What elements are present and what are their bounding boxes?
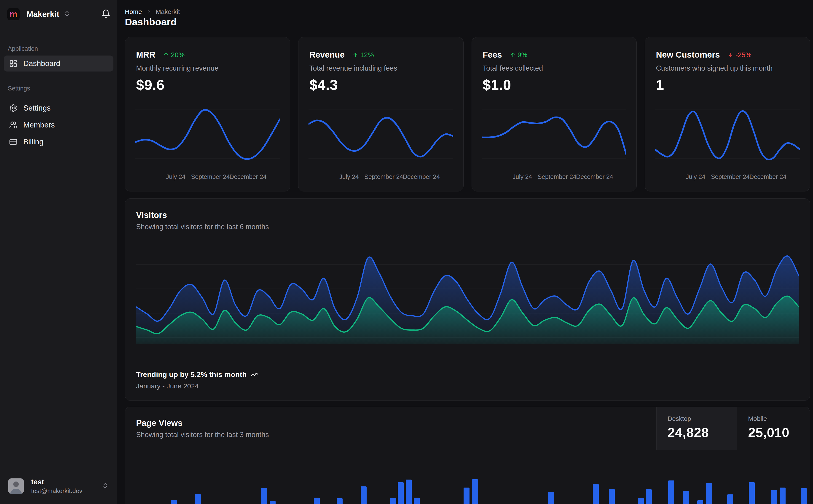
x-axis-label: July 24: [686, 173, 706, 180]
bar: [548, 492, 554, 504]
bar: [780, 488, 786, 504]
trend-badge: 20%: [163, 51, 184, 59]
avatar: [8, 478, 24, 494]
bar: [464, 488, 469, 504]
section-label-application: Application: [8, 45, 38, 52]
x-axis-label: July 24: [339, 173, 359, 180]
page-views-header: Page Views Showing total visitors for th…: [125, 407, 810, 450]
bar: [337, 498, 343, 504]
fees-sparkline: [482, 117, 627, 155]
x-axis-label: July 24: [166, 173, 185, 180]
sparkline-x-labels: July 24September 24December 24: [482, 173, 627, 181]
sparkline-x-labels: July 24September 24December 24: [655, 173, 800, 181]
bar: [195, 494, 201, 504]
logo-letter: m: [9, 10, 18, 19]
main-content: Home Makerkit Dashboard MRR 20% Monthly …: [117, 0, 813, 504]
bar: [171, 500, 177, 504]
visitors-card: Visitors Showing total visitors for the …: [125, 198, 810, 401]
x-axis-label: September 24: [191, 173, 230, 180]
breadcrumb-home-link[interactable]: Home: [125, 8, 142, 16]
sparkline-x-labels: July 24September 24December 24: [135, 173, 280, 181]
sparkline-x-labels: July 24September 24December 24: [309, 173, 453, 181]
page-views-title: Page Views: [136, 418, 182, 428]
sidebar-item-members[interactable]: Members: [4, 117, 113, 133]
new-customers-sparkline: [655, 111, 800, 159]
page-title: Dashboard: [125, 16, 176, 28]
stat-card-new-customers: New Customers -25% Customers who signed …: [645, 37, 810, 191]
bar: [638, 498, 644, 504]
stat-cards-row: MRR 20% Monthly recurring revenue $9.6 J…: [125, 37, 810, 191]
bar: [472, 479, 478, 504]
page-views-card: Page Views Showing total visitors for th…: [125, 407, 810, 504]
bar: [270, 501, 276, 504]
stat-description: Total revenue including fees: [309, 64, 454, 72]
stat-value: $4.3: [309, 77, 338, 93]
sidebar: m Makerkit Application Dashboard Setting…: [0, 0, 117, 504]
stat-card-mrr: MRR 20% Monthly recurring revenue $9.6 J…: [125, 37, 290, 191]
bar: [706, 483, 712, 504]
bar: [609, 489, 615, 504]
arrow-up-icon: [352, 52, 358, 58]
revenue-sparkline-chart: [309, 104, 453, 171]
stat-value: $1.0: [483, 77, 511, 93]
x-axis-label: September 24: [364, 173, 403, 180]
trend-badge: 9%: [510, 51, 527, 59]
user-email: test@makerkit.dev: [31, 488, 82, 495]
new-customers-sparkline-chart: [655, 104, 800, 171]
bar: [683, 491, 689, 504]
visitors-title: Visitors: [136, 210, 167, 220]
mrr-sparkline-chart: [135, 104, 280, 171]
bar: [646, 489, 652, 504]
stat-card-fees: Fees 9% Total fees collected $1.0 July 2…: [472, 37, 637, 191]
dashboard-page: m Makerkit Application Dashboard Setting…: [0, 0, 813, 504]
arrow-up-icon: [510, 52, 516, 58]
chevrons-up-down-icon[interactable]: [64, 10, 70, 18]
page-views-tabs: Desktop 24,828 Mobile 25,010: [656, 407, 810, 450]
tab-label: Desktop: [668, 415, 737, 422]
tab-desktop[interactable]: Desktop 24,828: [656, 407, 737, 450]
user-menu[interactable]: test test@makerkit.dev: [0, 468, 117, 504]
breadcrumb-current: Makerkit: [156, 8, 180, 16]
bar: [593, 484, 599, 504]
page-views-subtitle: Showing total visitors for the last 3 mo…: [136, 431, 269, 439]
x-axis-label: December 24: [230, 173, 267, 180]
stat-value: 1: [656, 77, 664, 93]
stat-value: $9.6: [136, 77, 165, 93]
arrow-up-icon: [163, 52, 169, 58]
stat-title: New Customers: [656, 50, 720, 60]
makerkit-logo[interactable]: m: [7, 8, 20, 20]
page-views-bar-chart: [125, 450, 810, 504]
bar: [727, 494, 733, 504]
visitors-area-chart: [136, 240, 799, 344]
visitors-footer-headline: Trending up by 5.2% this month: [136, 370, 258, 379]
tab-value: 25,010: [748, 425, 810, 440]
gear-icon: [9, 104, 17, 112]
tab-mobile[interactable]: Mobile 25,010: [737, 407, 810, 450]
bar: [771, 490, 777, 504]
x-axis-label: December 24: [403, 173, 440, 180]
sidebar-item-dashboard[interactable]: Dashboard: [4, 56, 113, 72]
bar: [749, 482, 755, 504]
bar: [398, 482, 404, 504]
stat-description: Customers who signed up this month: [656, 64, 801, 72]
chevron-right-icon: [146, 9, 151, 15]
visitors-footer-period: January - June 2024: [136, 382, 199, 390]
bar: [414, 498, 420, 504]
workspace-name[interactable]: Makerkit: [27, 10, 59, 19]
sidebar-item-settings[interactable]: Settings: [4, 100, 113, 116]
bar: [406, 480, 412, 504]
x-axis-label: September 24: [711, 173, 750, 180]
bar: [390, 498, 396, 504]
fees-sparkline-chart: [482, 104, 627, 171]
sidebar-item-billing[interactable]: Billing: [4, 134, 113, 150]
sidebar-item-label: Settings: [23, 104, 50, 112]
tab-value: 24,828: [668, 425, 737, 440]
credit-card-icon: [9, 138, 17, 146]
tab-label: Mobile: [748, 415, 810, 422]
stat-card-revenue: Revenue 12% Total revenue including fees…: [298, 37, 464, 191]
trend-badge: 12%: [352, 51, 374, 59]
user-name: test: [31, 478, 82, 486]
chevrons-up-down-icon: [102, 482, 109, 490]
bell-icon[interactable]: [101, 9, 110, 19]
bar: [668, 480, 674, 504]
